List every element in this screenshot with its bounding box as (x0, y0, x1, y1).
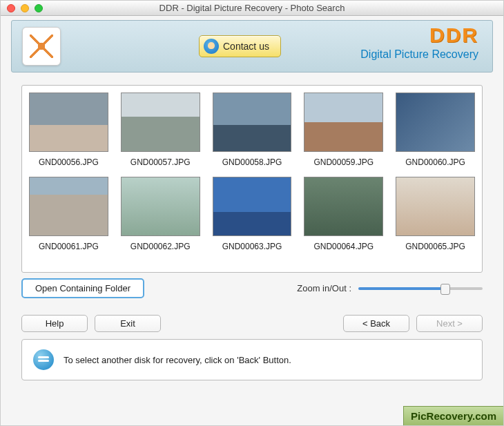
person-icon (204, 39, 219, 54)
zoom-label: Zoom in/Out : (297, 283, 351, 293)
back-button[interactable]: < Back (343, 315, 409, 332)
app-window: DDR - Digital Picture Recovery - Photo S… (0, 0, 504, 426)
titlebar: DDR - Digital Picture Recovery - Photo S… (1, 1, 503, 16)
thumbnail-image (304, 93, 383, 152)
thumbnail-image (213, 93, 292, 152)
app-logo-box (22, 27, 61, 66)
contact-us-button[interactable]: Contact us (199, 35, 281, 57)
info-text: To select another disk for recovery, cli… (64, 355, 291, 365)
spacer (168, 315, 336, 332)
thumbnail-image (213, 177, 292, 236)
thumb-item[interactable]: GND00062.JPG (121, 177, 200, 251)
info-panel: To select another disk for recovery, cli… (21, 339, 483, 380)
filename: GND00062.JPG (121, 242, 200, 251)
thumbnail-image (121, 93, 200, 152)
filename: GND00058.JPG (213, 157, 292, 167)
filename: GND00056.JPG (29, 157, 108, 167)
thumbnail-grid: GND00056.JPG GND00057.JPG GND00058.JPG G… (29, 93, 475, 251)
nav-button-row: Help Exit < Back Next > (21, 315, 483, 332)
thumb-item[interactable]: GND00056.JPG (29, 93, 108, 167)
thumb-item[interactable]: GND00063.JPG (213, 177, 292, 251)
thumb-item[interactable]: GND00060.JPG (396, 93, 475, 167)
thumb-item[interactable]: GND00061.JPG (29, 177, 108, 251)
filename: GND00063.JPG (213, 242, 292, 251)
thumbnail-image (29, 177, 108, 236)
thumb-item[interactable]: GND00059.JPG (304, 93, 383, 167)
thumb-item[interactable]: GND00064.JPG (304, 177, 383, 251)
thumbnail-image (396, 93, 475, 152)
brand-subtitle: Digital Picture Recovery (360, 48, 478, 61)
photo-gallery: GND00056.JPG GND00057.JPG GND00058.JPG G… (21, 85, 483, 273)
thumb-item[interactable]: GND00058.JPG (213, 93, 292, 167)
filename: GND00057.JPG (121, 157, 200, 167)
filename: GND00060.JPG (396, 157, 475, 167)
thumbnail-image (29, 93, 108, 152)
open-containing-folder-button[interactable]: Open Containing Folder (21, 278, 144, 298)
app-logo-icon (30, 35, 53, 58)
zoom-control: Zoom in/Out : (297, 283, 483, 293)
filename: GND00065.JPG (396, 242, 475, 251)
brand-logo-text: DDR (360, 25, 478, 46)
window-title: DDR - Digital Picture Recovery - Photo S… (1, 3, 503, 13)
thumbnail-image (121, 177, 200, 236)
zoom-slider[interactable] (358, 287, 483, 290)
thumbnail-image (304, 177, 383, 236)
help-button[interactable]: Help (21, 315, 88, 332)
watermark: PicRecovery.com (403, 406, 503, 425)
thumbnail-image (396, 177, 475, 236)
thumb-item[interactable]: GND00065.JPG (396, 177, 475, 251)
thumb-item[interactable]: GND00057.JPG (121, 93, 200, 167)
content-area: GND00056.JPG GND00057.JPG GND00058.JPG G… (21, 85, 483, 380)
header-banner: Contact us DDR Digital Picture Recovery (11, 20, 493, 72)
info-icon (33, 349, 54, 370)
exit-button[interactable]: Exit (95, 315, 161, 332)
gallery-controls-row: Open Containing Folder Zoom in/Out : (21, 278, 483, 298)
filename: GND00061.JPG (29, 242, 108, 251)
contact-us-label: Contact us (223, 41, 269, 52)
filename: GND00064.JPG (304, 242, 383, 251)
brand-block: DDR Digital Picture Recovery (360, 25, 478, 61)
next-button: Next > (416, 315, 483, 332)
filename: GND00059.JPG (304, 157, 383, 167)
